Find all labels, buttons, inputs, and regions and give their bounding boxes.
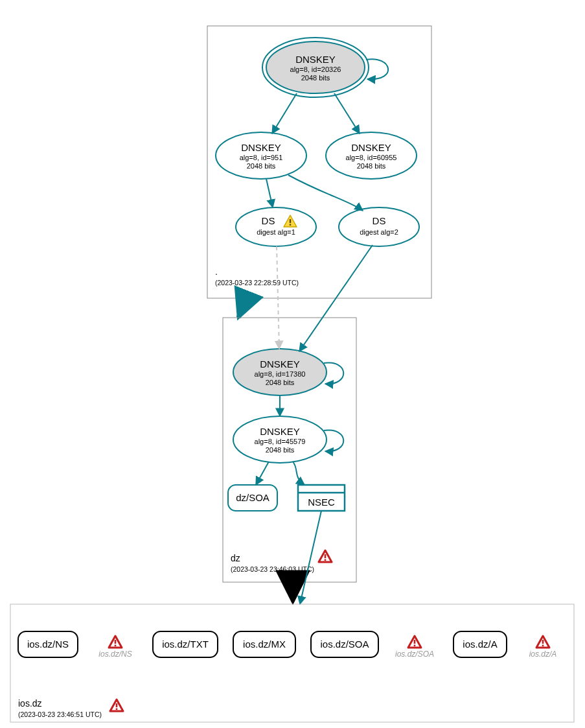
zone-root-label: . bbox=[215, 266, 218, 277]
ghost-ios-soa: ios.dz/SOA bbox=[395, 636, 434, 659]
svg-text:DNSKEY: DNSKEY bbox=[351, 142, 391, 153]
svg-text:2048 bits: 2048 bits bbox=[266, 446, 295, 454]
edge-ksk-zsk2 bbox=[334, 93, 360, 134]
node-root-zsk1[interactable]: DNSKEY alg=8, id=951 2048 bits bbox=[216, 132, 306, 179]
node-ds2[interactable]: DS digest alg=2 bbox=[339, 207, 419, 246]
svg-text:NSEC: NSEC bbox=[308, 497, 335, 508]
svg-text:ios.dz/MX: ios.dz/MX bbox=[243, 639, 286, 650]
svg-rect-38 bbox=[10, 604, 574, 722]
svg-text:DNSKEY: DNSKEY bbox=[295, 54, 336, 65]
node-dz-soa[interactable]: dz/SOA bbox=[228, 485, 277, 511]
node-dz-ksk[interactable]: DNSKEY alg=8, id=17380 2048 bits bbox=[233, 349, 327, 395]
node-nsec[interactable]: NSEC bbox=[298, 485, 345, 511]
zone-iosdz-timestamp: (2023-03-23 23:46:51 UTC) bbox=[18, 710, 102, 718]
svg-point-18 bbox=[236, 207, 316, 246]
node-ds1[interactable]: DS digest alg=1 bbox=[236, 207, 316, 246]
node-ios-a[interactable]: ios.dz/A bbox=[453, 631, 507, 657]
svg-text:ios.dz/TXT: ios.dz/TXT bbox=[162, 639, 209, 650]
error-icon bbox=[110, 699, 123, 711]
node-ios-mx[interactable]: ios.dz/MX bbox=[233, 631, 295, 657]
edge-ksk-zsk1 bbox=[272, 93, 297, 134]
svg-text:alg=8, id=17380: alg=8, id=17380 bbox=[255, 370, 306, 378]
svg-text:DNSKEY: DNSKEY bbox=[241, 142, 281, 153]
zone-iosdz-label: ios.dz bbox=[18, 698, 42, 709]
svg-text:2048 bits: 2048 bits bbox=[247, 162, 276, 170]
error-icon bbox=[319, 550, 332, 562]
svg-text:DS: DS bbox=[262, 215, 275, 226]
zone-dz-timestamp: (2023-03-23 23:46:03 UTC) bbox=[231, 565, 314, 573]
zone-iosdz: ios.dz (2023-03-23 23:46:51 UTC) ios.dz/… bbox=[10, 604, 574, 722]
node-dz-zsk[interactable]: DNSKEY alg=8, id=45579 2048 bits bbox=[233, 416, 327, 463]
edge-nsec-iosdz bbox=[300, 511, 321, 604]
svg-text:2048 bits: 2048 bits bbox=[266, 379, 295, 386]
zone-root-timestamp: (2023-03-23 22:28:59 UTC) bbox=[215, 279, 299, 287]
svg-text:ios.dz/A: ios.dz/A bbox=[529, 650, 557, 659]
node-root-zsk2[interactable]: DNSKEY alg=8, id=60955 2048 bits bbox=[326, 132, 417, 179]
svg-text:ios.dz/NS: ios.dz/NS bbox=[27, 639, 69, 650]
node-ios-txt[interactable]: ios.dz/TXT bbox=[153, 631, 218, 657]
node-ios-ns[interactable]: ios.dz/NS bbox=[18, 631, 78, 657]
svg-text:alg=8, id=45579: alg=8, id=45579 bbox=[255, 438, 306, 445]
ghost-ios-a: ios.dz/A bbox=[529, 636, 557, 659]
node-root-ksk[interactable]: DNSKEY alg=8, id=20326 2048 bits bbox=[262, 38, 369, 97]
edge-self-root-ksk bbox=[366, 59, 388, 79]
svg-text:ios.dz/SOA: ios.dz/SOA bbox=[395, 650, 434, 659]
svg-text:DNSKEY: DNSKEY bbox=[260, 426, 300, 437]
edge-dzzsk-soa bbox=[256, 462, 269, 485]
zone-root: . (2023-03-23 22:28:59 UTC) DNSKEY alg=8… bbox=[207, 26, 431, 298]
svg-text:alg=8, id=60955: alg=8, id=60955 bbox=[346, 154, 397, 161]
edge-dzzsk-nsec bbox=[293, 462, 304, 485]
svg-point-21 bbox=[339, 207, 419, 246]
ghost-ios-ns: ios.dz/NS bbox=[98, 636, 132, 659]
zone-dz: dz (2023-03-23 23:46:03 UTC) DNSKEY alg=… bbox=[223, 245, 373, 582]
svg-text:DNSKEY: DNSKEY bbox=[260, 358, 300, 370]
edge-zsk1-ds1 bbox=[266, 179, 273, 207]
svg-text:ios.dz/SOA: ios.dz/SOA bbox=[320, 639, 369, 650]
svg-text:alg=8, id=951: alg=8, id=951 bbox=[240, 154, 283, 161]
edge-root-to-dz-box bbox=[238, 298, 249, 318]
svg-text:2048 bits: 2048 bits bbox=[301, 74, 330, 82]
svg-text:ios.dz/A: ios.dz/A bbox=[463, 639, 497, 650]
svg-text:ios.dz/NS: ios.dz/NS bbox=[98, 650, 132, 659]
edge-zsk1-ds2 bbox=[288, 175, 363, 211]
edge-ds1-dzksk bbox=[277, 246, 279, 349]
svg-text:DS: DS bbox=[373, 215, 386, 226]
svg-text:digest alg=2: digest alg=2 bbox=[360, 228, 398, 236]
svg-text:dz/SOA: dz/SOA bbox=[236, 492, 270, 503]
svg-text:alg=8, id=20326: alg=8, id=20326 bbox=[290, 65, 341, 73]
zone-dz-label: dz bbox=[231, 553, 240, 563]
svg-text:2048 bits: 2048 bits bbox=[357, 162, 386, 170]
svg-text:digest alg=1: digest alg=1 bbox=[257, 228, 295, 236]
node-ios-soa[interactable]: ios.dz/SOA bbox=[311, 631, 378, 657]
